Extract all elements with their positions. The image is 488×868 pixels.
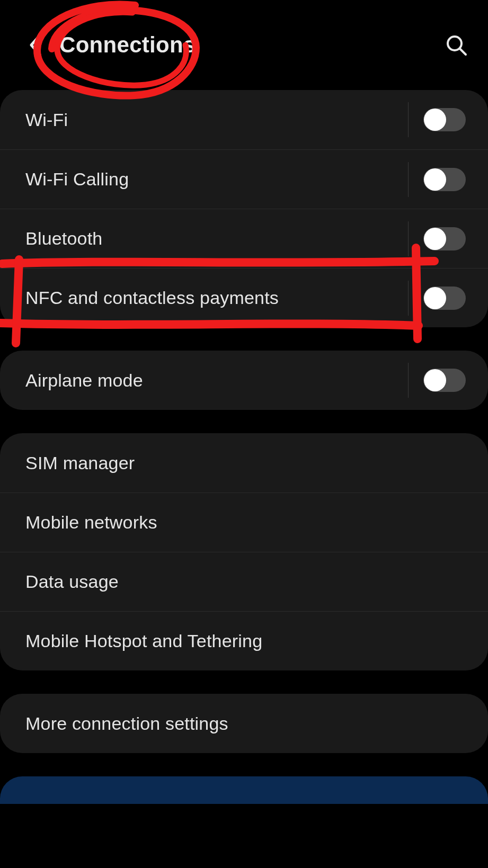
row-label: Data usage: [25, 571, 466, 592]
row-label: Mobile networks: [25, 512, 466, 533]
row-wifi-calling[interactable]: Wi-Fi Calling: [0, 149, 488, 209]
row-bluetooth[interactable]: Bluetooth: [0, 209, 488, 268]
row-more-connection-settings[interactable]: More connection settings: [0, 694, 488, 753]
toggle-bluetooth[interactable]: [408, 221, 466, 256]
toggle-wifi-calling[interactable]: [408, 162, 466, 197]
settings-group-4: More connection settings: [0, 694, 488, 753]
tip-card[interactable]: [0, 776, 488, 804]
toggle-track: [423, 369, 466, 392]
toggle-airplane-mode[interactable]: [408, 363, 466, 398]
page-title: Connections: [59, 32, 196, 58]
toggle-knob: [424, 369, 446, 391]
svg-line-1: [460, 49, 466, 55]
toggle-wifi[interactable]: [408, 102, 466, 137]
toggle-track: [423, 168, 466, 191]
toggle-track: [423, 287, 466, 310]
row-label: Wi-Fi: [25, 110, 408, 130]
row-label: Wi-Fi Calling: [25, 169, 408, 190]
settings-group-1: Wi-Fi Wi-Fi Calling Bluetooth NFC and co…: [0, 90, 488, 327]
row-sim-manager[interactable]: SIM manager: [0, 433, 488, 493]
row-mobile-networks[interactable]: Mobile networks: [0, 493, 488, 552]
toggle-track: [423, 108, 466, 131]
row-data-usage[interactable]: Data usage: [0, 552, 488, 611]
row-label: Bluetooth: [25, 228, 408, 249]
row-mobile-hotspot[interactable]: Mobile Hotspot and Tethering: [0, 611, 488, 670]
settings-group-2: Airplane mode: [0, 351, 488, 410]
toggle-knob: [424, 228, 446, 250]
chevron-left-icon: [28, 33, 43, 57]
back-button[interactable]: [23, 33, 48, 57]
search-icon: [445, 33, 468, 57]
row-label: NFC and contactless payments: [25, 288, 408, 308]
header-bar: Connections: [0, 0, 488, 90]
search-button[interactable]: [442, 31, 470, 59]
toggle-knob: [424, 287, 446, 309]
toggle-track: [423, 227, 466, 250]
row-label: More connection settings: [25, 713, 466, 734]
settings-group-3: SIM manager Mobile networks Data usage M…: [0, 433, 488, 670]
toggle-nfc[interactable]: [408, 281, 466, 316]
toggle-knob: [424, 168, 446, 191]
row-nfc[interactable]: NFC and contactless payments: [0, 268, 488, 327]
row-wifi[interactable]: Wi-Fi: [0, 90, 488, 149]
row-label: Mobile Hotspot and Tethering: [25, 631, 466, 651]
row-airplane-mode[interactable]: Airplane mode: [0, 351, 488, 410]
row-label: SIM manager: [25, 453, 466, 473]
row-label: Airplane mode: [25, 370, 408, 391]
toggle-knob: [424, 109, 446, 131]
